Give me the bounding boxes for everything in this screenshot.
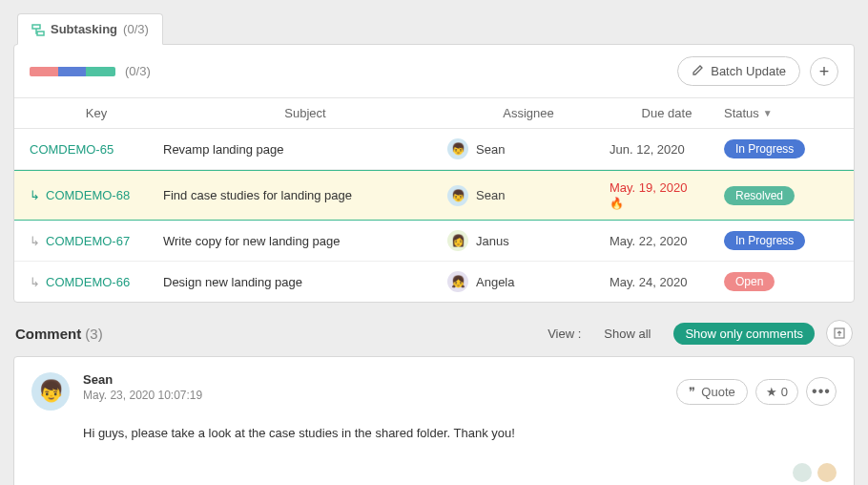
show-only-comments-button[interactable]: Show only comments [673, 323, 815, 345]
subject: Write copy for new landing page [163, 234, 447, 248]
comment-panel: 👦 Sean May. 23, 2020 10:07:19 ❞ Quote ★ … [13, 356, 855, 485]
sort-desc-icon: ▼ [763, 108, 773, 118]
subject: Revamp landing page [163, 142, 447, 157]
view-controls: View : Show all Show only comments [548, 320, 853, 347]
due-date: May. 22, 2020 [610, 234, 724, 248]
issue-key-link[interactable]: COMDEMO-66 [46, 275, 130, 289]
progress: (0/3) [30, 64, 151, 78]
table-body: COMDEMO-65Revamp landing page👦SeanJun. 1… [14, 129, 854, 302]
subject: Find case studies for landing page [163, 188, 447, 202]
progress-count: (0/3) [125, 64, 151, 78]
assignee: 👩Janus [447, 230, 610, 251]
quote-button[interactable]: ❞ Quote [676, 379, 747, 405]
child-arrow-icon: ↳ [30, 188, 40, 202]
child-arrow-icon: ↳ [30, 275, 40, 289]
issue-key-link[interactable]: COMDEMO-68 [46, 188, 130, 202]
view-label: View : [548, 327, 581, 341]
comment-author: Sean [83, 372, 663, 387]
status-badge: In Progress [724, 139, 805, 158]
col-subject[interactable]: Subject [163, 106, 447, 120]
table-header: Key Subject Assignee Due date Status ▼ [14, 98, 854, 129]
assignee-name: Angela [476, 275, 514, 289]
issue-key-link[interactable]: COMDEMO-67 [46, 234, 130, 248]
tab-count: (0/3) [123, 22, 149, 36]
collapse-icon [833, 327, 846, 340]
panel-actions: Batch Update + [677, 56, 838, 86]
assignee-name: Sean [476, 142, 505, 157]
status-cell: In Progress [724, 139, 838, 158]
more-button[interactable]: ••• [806, 377, 837, 406]
reaction-avatars [31, 463, 837, 482]
mini-avatar[interactable] [817, 463, 837, 482]
avatar: 👦 [447, 185, 468, 206]
subject: Design new landing page [163, 275, 447, 289]
quote-icon: ❞ [689, 385, 695, 399]
mini-avatar[interactable] [793, 463, 812, 482]
assignee: 👦Sean [447, 138, 610, 159]
due-date: May. 24, 2020 [610, 275, 724, 289]
progress-segment [30, 67, 58, 76]
edit-icon [692, 63, 705, 79]
status-badge: Resolved [724, 186, 795, 205]
comment-time: May. 23, 2020 10:07:19 [83, 389, 663, 402]
star-icon: ★ [766, 385, 777, 399]
progress-segment [86, 67, 115, 76]
table-row[interactable]: ↳COMDEMO-66Design new landing page👧Angel… [14, 262, 854, 302]
subtasks-panel: (0/3) Batch Update + Key Subject Assigne… [13, 44, 855, 303]
tab-label: Subtasking [51, 22, 117, 36]
col-due[interactable]: Due date [610, 106, 724, 120]
batch-update-button[interactable]: Batch Update [677, 56, 800, 86]
table-row[interactable]: COMDEMO-65Revamp landing page👦SeanJun. 1… [14, 129, 854, 170]
due-date: May. 19, 2020🔥 [610, 180, 724, 210]
key-cell: ↳COMDEMO-68 [30, 188, 163, 202]
comment-body: Hi guys, please take a look at the case … [83, 426, 837, 440]
comment-title: Comment (3) [15, 326, 103, 342]
status-badge: Open [724, 272, 775, 291]
child-arrow-icon: ↳ [30, 234, 40, 248]
tab-subtasking[interactable]: Subtasking (0/3) [17, 13, 163, 45]
avatar: 👧 [447, 271, 468, 292]
assignee: 👧Angela [447, 271, 610, 292]
due-date: Jun. 12, 2020 [610, 142, 724, 157]
status-badge: In Progress [724, 231, 805, 250]
overdue-icon: 🔥 [610, 197, 724, 210]
key-cell: ↳COMDEMO-66 [30, 275, 163, 289]
avatar: 👩 [447, 230, 468, 251]
dots-icon: ••• [812, 383, 831, 400]
subtask-icon [31, 23, 45, 36]
avatar: 👦 [447, 138, 468, 159]
svg-rect-0 [32, 25, 40, 29]
table-row[interactable]: ↳COMDEMO-68Find case studies for landing… [14, 170, 854, 221]
issue-key-link[interactable]: COMDEMO-65 [30, 142, 114, 157]
assignee: 👦Sean [447, 185, 610, 206]
batch-update-label: Batch Update [711, 64, 786, 78]
table-row[interactable]: ↳COMDEMO-67Write copy for new landing pa… [14, 221, 854, 262]
progress-bar [30, 67, 115, 76]
assignee-name: Sean [476, 188, 505, 202]
show-all-button[interactable]: Show all [592, 323, 662, 345]
star-button[interactable]: ★ 0 [755, 379, 798, 405]
key-cell: ↳COMDEMO-67 [30, 234, 163, 248]
status-cell: Open [724, 272, 838, 291]
col-status[interactable]: Status ▼ [724, 106, 838, 120]
progress-segment [58, 67, 87, 76]
comment-meta: Sean May. 23, 2020 10:07:19 [83, 372, 663, 411]
col-key[interactable]: Key [30, 106, 163, 120]
key-cell: COMDEMO-65 [30, 142, 163, 157]
add-subtask-button[interactable]: + [810, 57, 838, 86]
panel-header: (0/3) Batch Update + [14, 45, 854, 98]
plus-icon: + [819, 63, 830, 80]
status-cell: Resolved [724, 186, 838, 205]
comment-actions: ❞ Quote ★ 0 ••• [676, 372, 837, 411]
comment-controls: Comment (3) View : Show all Show only co… [15, 320, 853, 347]
assignee-name: Janus [476, 234, 509, 248]
col-assignee[interactable]: Assignee [447, 106, 610, 120]
collapse-icon-button[interactable] [826, 320, 853, 347]
svg-rect-1 [37, 32, 44, 35]
comment-header: 👦 Sean May. 23, 2020 10:07:19 ❞ Quote ★ … [31, 372, 837, 411]
status-cell: In Progress [724, 231, 838, 250]
comment-avatar: 👦 [31, 372, 70, 411]
